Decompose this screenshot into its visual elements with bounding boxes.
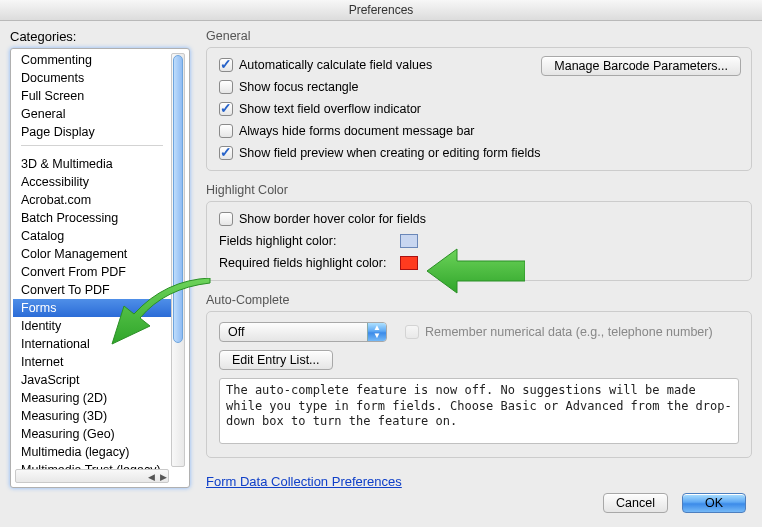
sidebar-item-javascript[interactable]: JavaScript — [13, 371, 171, 389]
sidebar-item-international[interactable]: International — [13, 335, 171, 353]
vertical-scroll-thumb[interactable] — [173, 55, 183, 343]
sidebar-item-multimedia-trust-legacy-[interactable]: Multimedia Trust (legacy) — [13, 461, 171, 469]
form-data-collection-link[interactable]: Form Data Collection Preferences — [206, 474, 402, 489]
sidebar-item-acrobat-com[interactable]: Acrobat.com — [13, 191, 171, 209]
general-group: Manage Barcode Parameters... Automatical… — [206, 47, 752, 171]
sidebar-item-batch-processing[interactable]: Batch Processing — [13, 209, 171, 227]
general-heading: General — [206, 29, 752, 43]
overflow-checkbox[interactable] — [219, 102, 233, 116]
required-highlight-label: Required fields highlight color: — [219, 256, 394, 270]
categories-listbox[interactable]: CommentingDocumentsFull ScreenGeneralPag… — [10, 48, 190, 488]
remember-numeric-checkbox — [405, 325, 419, 339]
sidebar-item-accessibility[interactable]: Accessibility — [13, 173, 171, 191]
sidebar-item-convert-from-pdf[interactable]: Convert From PDF — [13, 263, 171, 281]
border-hover-label: Show border hover color for fields — [239, 212, 426, 226]
hide-msg-checkbox[interactable] — [219, 124, 233, 138]
preview-label: Show field preview when creating or edit… — [239, 146, 541, 160]
sidebar-item-measuring-2d-[interactable]: Measuring (2D) — [13, 389, 171, 407]
window-title: Preferences — [0, 0, 762, 21]
remember-numeric-label: Remember numerical data (e.g., telephone… — [425, 325, 713, 339]
sidebar-item-measuring-3d-[interactable]: Measuring (3D) — [13, 407, 171, 425]
list-separator — [21, 145, 163, 155]
auto-calc-checkbox[interactable] — [219, 58, 233, 72]
border-hover-checkbox[interactable] — [219, 212, 233, 226]
chevron-updown-icon: ▲▼ — [372, 324, 382, 340]
scroll-right-icon[interactable]: ▶ — [160, 472, 167, 482]
horizontal-scrollbar[interactable] — [15, 469, 169, 483]
overflow-label: Show text field overflow indicator — [239, 102, 421, 116]
hide-msg-label: Always hide forms document message bar — [239, 124, 475, 138]
autocomplete-heading: Auto-Complete — [206, 293, 752, 307]
autocomplete-description — [219, 378, 739, 444]
categories-heading: Categories: — [10, 29, 190, 44]
sidebar-item-page-display[interactable]: Page Display — [13, 123, 171, 141]
fields-highlight-swatch[interactable] — [400, 234, 418, 248]
vertical-scrollbar[interactable] — [171, 53, 185, 467]
sidebar-item-color-management[interactable]: Color Management — [13, 245, 171, 263]
sidebar-item-convert-to-pdf[interactable]: Convert To PDF — [13, 281, 171, 299]
fields-highlight-label: Fields highlight color: — [219, 234, 394, 248]
sidebar-item-internet[interactable]: Internet — [13, 353, 171, 371]
sidebar-item-3d-multimedia[interactable]: 3D & Multimedia — [13, 155, 171, 173]
edit-entry-list-button[interactable]: Edit Entry List... — [219, 350, 333, 370]
sidebar-item-identity[interactable]: Identity — [13, 317, 171, 335]
focus-rect-checkbox[interactable] — [219, 80, 233, 94]
auto-calc-label: Automatically calculate field values — [239, 58, 432, 72]
sidebar-item-documents[interactable]: Documents — [13, 69, 171, 87]
scroll-left-icon[interactable]: ◀ — [148, 472, 155, 482]
preview-checkbox[interactable] — [219, 146, 233, 160]
sidebar-item-general[interactable]: General — [13, 105, 171, 123]
highlight-group: Show border hover color for fields Field… — [206, 201, 752, 281]
highlight-heading: Highlight Color — [206, 183, 752, 197]
sidebar-item-full-screen[interactable]: Full Screen — [13, 87, 171, 105]
sidebar-item-commenting[interactable]: Commenting — [13, 51, 171, 69]
sidebar-item-forms[interactable]: Forms — [13, 299, 171, 317]
focus-rect-label: Show focus rectangle — [239, 80, 359, 94]
sidebar-item-catalog[interactable]: Catalog — [13, 227, 171, 245]
autocomplete-group: Off ▲▼ Remember numerical data (e.g., te… — [206, 311, 752, 458]
autocomplete-select[interactable]: Off ▲▼ — [219, 322, 387, 342]
sidebar-item-multimedia-legacy-[interactable]: Multimedia (legacy) — [13, 443, 171, 461]
manage-barcode-button[interactable]: Manage Barcode Parameters... — [541, 56, 741, 76]
sidebar-item-measuring-geo-[interactable]: Measuring (Geo) — [13, 425, 171, 443]
autocomplete-select-value: Off — [228, 325, 244, 339]
cancel-button[interactable]: Cancel — [603, 493, 668, 513]
ok-button[interactable]: OK — [682, 493, 746, 513]
required-highlight-swatch[interactable] — [400, 256, 418, 270]
